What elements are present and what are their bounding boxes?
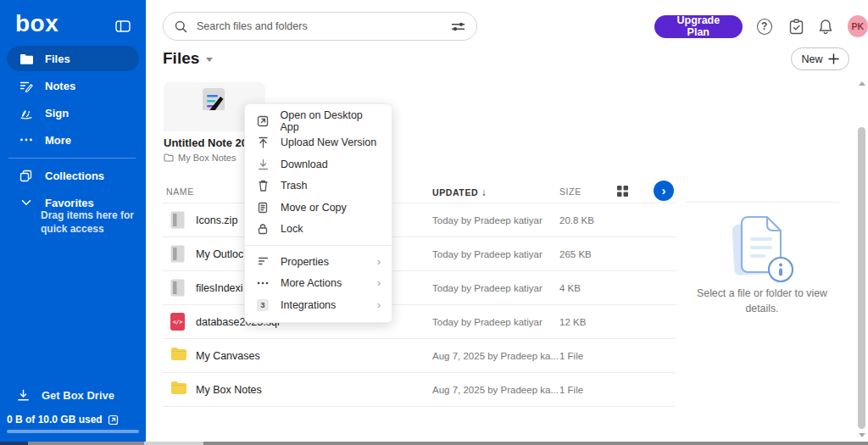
download-icon (256, 159, 270, 170)
properties-icon (256, 257, 270, 266)
menu-item-open-desktop[interactable]: Open on Desktop App (245, 110, 392, 132)
file-size: 4 KB (559, 283, 581, 293)
column-header-updated[interactable]: UPDATED ↓ (432, 186, 487, 198)
search-bar[interactable] (163, 12, 477, 41)
get-box-drive-link[interactable]: Get Box Drive (17, 389, 114, 402)
search-icon (175, 20, 187, 33)
search-filters-icon[interactable] (451, 21, 465, 32)
help-icon[interactable]: ? (757, 19, 772, 35)
sql-file-icon: </> (170, 313, 185, 331)
folder-updated: Aug 7, 2025 by Pradeep ka... (432, 385, 559, 395)
menu-item-label: Properties (281, 256, 329, 268)
sidebar-item-more[interactable]: More (7, 127, 139, 153)
file-name: My Outloc (196, 248, 243, 260)
menu-item-label: More Actions (281, 277, 342, 289)
menu-item-properties[interactable]: Properties › (245, 251, 392, 273)
download-icon (17, 389, 30, 402)
details-panel-divider (685, 202, 839, 203)
file-icon (170, 279, 185, 300)
sidebar-item-sign[interactable]: Sign (7, 100, 139, 125)
table-header: NAME UPDATED ↓ SIZE › (163, 181, 676, 203)
sort-descending-icon: ↓ (481, 186, 487, 198)
upgrade-plan-button[interactable]: Upgrade Plan (654, 15, 743, 38)
menu-item-label: Upload New Version (281, 136, 376, 148)
submenu-chevron-icon: › (377, 256, 381, 268)
sign-icon (19, 107, 33, 120)
menu-item-more-actions[interactable]: More Actions › (245, 273, 392, 295)
file-updated: Today by Pradeep katiyar (432, 317, 542, 327)
scrollbar-down-arrow[interactable] (859, 433, 865, 437)
search-input[interactable] (195, 19, 451, 33)
tasks-checklist-icon[interactable] (789, 19, 804, 35)
title-dropdown-icon[interactable] (206, 58, 213, 62)
file-list: Icons.zip Today by Pradeep katiyar 20.8 … (163, 203, 676, 407)
menu-item-upload-new-version[interactable]: Upload New Version (245, 132, 392, 154)
avatar[interactable]: PK (848, 15, 868, 37)
submenu-chevron-icon: › (377, 299, 381, 311)
sidebar-item-collections[interactable]: Collections (7, 163, 139, 188)
storage-usage-text: 0 B of 10.0 GB used (7, 414, 103, 426)
sidebar-item-label: Notes (45, 80, 75, 92)
sidebar-item-files[interactable]: Files (7, 46, 139, 71)
folder-name: My Box Notes (196, 384, 262, 396)
menu-item-move-or-copy[interactable]: Move or Copy (245, 197, 392, 219)
upload-icon (256, 136, 270, 149)
folder-updated: Aug 7, 2025 by Pradeep ka... (432, 351, 559, 361)
storage-progress-bar (7, 430, 139, 433)
submenu-chevron-icon: › (377, 277, 381, 289)
new-button-label: New (801, 53, 822, 65)
menu-item-integrations[interactable]: 3 Integrations › (245, 294, 392, 316)
folder-name: My Canvases (196, 350, 260, 362)
open-desktop-icon (256, 115, 270, 127)
notes-icon (19, 80, 33, 92)
move-copy-icon (256, 202, 270, 214)
table-row[interactable]: Icons.zip Today by Pradeep katiyar 20.8 … (163, 203, 676, 237)
file-size: 20.8 KB (559, 215, 594, 225)
more-actions-icon (256, 281, 270, 285)
menu-item-lock[interactable]: Lock (245, 219, 392, 241)
scrollbar-up-arrow[interactable] (859, 81, 865, 86)
sidebar-collapse-icon[interactable] (115, 20, 131, 32)
table-row[interactable]: My Box Notes Aug 7, 2025 by Pradeep ka..… (163, 373, 676, 407)
sidebar-item-notes[interactable]: Notes (7, 73, 139, 98)
new-button[interactable]: New (791, 47, 849, 70)
menu-item-download[interactable]: Download (245, 153, 392, 175)
folder-size: 1 File (559, 385, 583, 395)
empty-details-illustration (720, 210, 804, 292)
file-icon (170, 211, 185, 232)
menu-item-label: Trash (281, 180, 308, 192)
table-row[interactable]: My Outloc Today by Pradeep katiyar 265 K… (163, 237, 676, 271)
menu-item-label: Lock (281, 223, 303, 235)
page-title: Files (163, 49, 199, 68)
scrollbar-thumb[interactable] (858, 127, 865, 429)
column-header-size[interactable]: SIZE (559, 186, 581, 197)
file-icon (170, 245, 185, 266)
folder-icon (170, 347, 187, 364)
integrations-count-badge: 3 (256, 299, 270, 311)
chevron-down-icon (19, 199, 33, 206)
file-card-location[interactable]: My Box Notes (164, 153, 236, 163)
page-title-row: Files (163, 49, 213, 68)
table-row[interactable]: My Canvases Aug 7, 2025 by Pradeep ka...… (163, 339, 676, 373)
menu-item-trash[interactable]: Trash (245, 175, 392, 197)
favorites-drop-hint: Drag items here for quick access (41, 209, 137, 236)
table-row[interactable]: filesIndexi Today by Pradeep katiyar 4 K… (163, 271, 676, 305)
more-dots-icon (19, 138, 33, 142)
table-row[interactable]: </> database2023.sql Today by Pradeep ka… (163, 305, 676, 339)
menu-divider (245, 245, 392, 246)
folder-icon (19, 53, 33, 64)
folder-icon (170, 381, 187, 398)
storage-usage[interactable]: 0 B of 10.0 GB used (7, 414, 119, 426)
expand-panel-button[interactable]: › (654, 181, 674, 201)
empty-details-message: Select a file or folder to view details. (681, 286, 843, 317)
folder-small-icon (164, 153, 174, 162)
topbar-actions: Upgrade Plan ? PK (654, 12, 868, 41)
grid-view-icon[interactable] (616, 185, 629, 201)
column-header-name[interactable]: NAME (166, 186, 194, 197)
trash-icon (256, 180, 270, 192)
collections-icon (19, 170, 33, 182)
file-name: Icons.zip (196, 214, 237, 226)
lock-icon (256, 223, 270, 235)
notifications-bell-icon[interactable] (818, 19, 833, 35)
sidebar-item-label: Sign (45, 107, 69, 120)
